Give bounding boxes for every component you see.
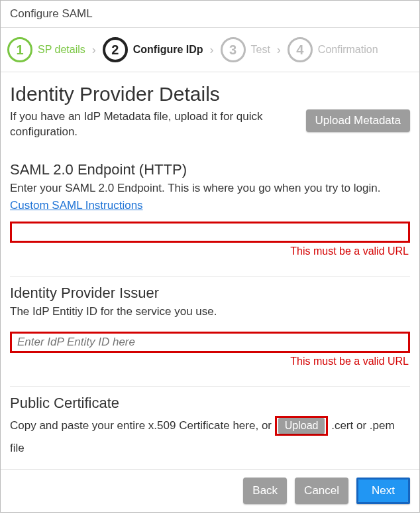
saml-endpoint-input[interactable] bbox=[10, 222, 410, 243]
configure-saml-dialog: Configure SAML 1 SP details › 2 Configur… bbox=[0, 0, 420, 513]
back-button[interactable]: Back bbox=[243, 478, 287, 504]
saml-endpoint-heading: SAML 2.0 Endpoint (HTTP) bbox=[10, 161, 410, 178]
chevron-right-icon: › bbox=[91, 43, 97, 57]
saml-endpoint-error: This must be a valid URL bbox=[10, 245, 409, 257]
saml-endpoint-block: SAML 2.0 Endpoint (HTTP) Enter your SAML… bbox=[10, 161, 410, 257]
step-label: SP details bbox=[38, 44, 85, 56]
chevron-right-icon: › bbox=[209, 43, 215, 57]
step-sp-details[interactable]: 1 SP details bbox=[7, 37, 85, 62]
dialog-body: Identity Provider Details If you have an… bbox=[1, 72, 419, 460]
step-number: 4 bbox=[288, 37, 313, 62]
step-test[interactable]: 3 Test bbox=[221, 37, 270, 62]
public-certificate-description: Copy and paste your entire x.509 Certifi… bbox=[10, 415, 410, 460]
dialog-footer: Back Cancel Next bbox=[1, 469, 419, 512]
upload-metadata-button[interactable]: Upload Metadata bbox=[306, 109, 410, 132]
idp-issuer-description: The IdP Entitiy ID for the service you u… bbox=[10, 304, 410, 320]
cancel-button[interactable]: Cancel bbox=[295, 478, 348, 504]
chevron-right-icon: › bbox=[276, 43, 282, 57]
next-button-highlight: Next bbox=[356, 478, 410, 504]
upload-certificate-button[interactable]: Upload bbox=[278, 418, 325, 434]
divider bbox=[10, 386, 410, 387]
page-title: Identity Provider Details bbox=[10, 83, 410, 105]
step-confirmation[interactable]: 4 Confirmation bbox=[288, 37, 378, 62]
step-label: Configure IDp bbox=[133, 44, 203, 56]
public-certificate-heading: Public Certificate bbox=[10, 395, 410, 412]
idp-issuer-input[interactable] bbox=[10, 332, 410, 353]
custom-saml-instructions-link[interactable]: Custom SAML Instructions bbox=[10, 199, 143, 212]
step-number: 3 bbox=[221, 37, 246, 62]
step-number: 1 bbox=[7, 37, 32, 62]
step-number: 2 bbox=[103, 37, 128, 62]
step-configure-idp[interactable]: 2 Configure IDp bbox=[103, 37, 203, 62]
idp-issuer-heading: Identity Provider Issuer bbox=[10, 285, 410, 302]
metadata-description: If you have an IdP Metadata file, upload… bbox=[10, 109, 294, 140]
upload-certificate-wrapper: Upload bbox=[275, 416, 329, 436]
step-label: Confirmation bbox=[318, 44, 378, 56]
divider bbox=[10, 276, 410, 277]
public-certificate-block: Public Certificate Copy and paste your e… bbox=[10, 395, 410, 460]
idp-issuer-error: This must be a valid URL bbox=[10, 355, 409, 367]
saml-endpoint-description: Enter your SAML 2.0 Endpoint. This is wh… bbox=[10, 181, 410, 196]
wizard-stepper: 1 SP details › 2 Configure IDp › 3 Test … bbox=[1, 28, 419, 72]
dialog-title: Configure SAML bbox=[1, 1, 419, 28]
next-button[interactable]: Next bbox=[358, 480, 408, 502]
cert-desc-prefix: Copy and paste your entire x.509 Certifi… bbox=[10, 419, 275, 432]
step-label: Test bbox=[251, 44, 270, 56]
idp-issuer-block: Identity Provider Issuer The IdP Entitiy… bbox=[10, 285, 410, 367]
